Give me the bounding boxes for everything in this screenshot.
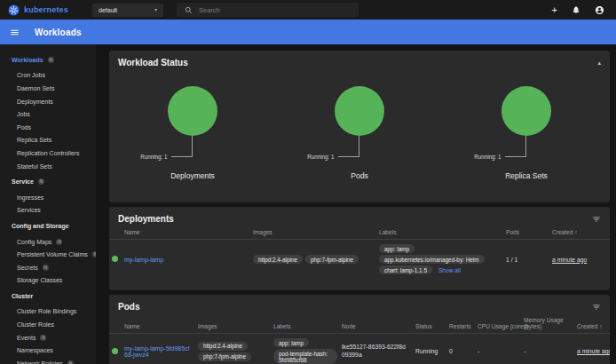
pie-callout: Running: 1 [276,136,443,168]
namespaced-badge: N [40,335,46,341]
collapse-card-button[interactable]: ▴ [597,58,601,66]
namespaced-badge: N [43,265,49,271]
deployment-name-link[interactable]: my-lamp-lamp [124,257,163,263]
namespaced-badge: N [38,178,44,185]
label-chip: pod-template-hash: 5fd985cf68 [273,349,337,364]
image-chip: httpd:2.4-alpine [253,255,303,264]
pods-pie-chart: Running: 1 Pods [276,71,443,180]
filter-button[interactable] [592,302,601,312]
sidebar-item-cluster-role-bindings[interactable]: Cluster Role Bindings [0,305,96,319]
namespace-selector[interactable]: default ▾ [92,4,163,17]
created-column-sort-header[interactable]: Created ↑ [577,317,610,334]
search-box[interactable] [177,3,359,17]
status-running-dot [112,348,118,354]
menu-button[interactable] [0,28,20,37]
search-input[interactable] [199,6,341,14]
pie-callout: Running: 1 [109,136,276,168]
created-time-link[interactable]: a minute ago [552,257,587,263]
sidebar-item-daemon-sets[interactable]: Daemon Sets [0,82,96,95]
pie-callout: Running: 1 [443,136,610,168]
filter-icon [592,215,601,224]
search-icon [185,6,193,14]
sidebar-item-deployments[interactable]: Deployments [0,95,96,108]
kubernetes-brand[interactable]: kubernetes [0,4,68,16]
image-chip: php:7-fpm-alpine [198,352,251,361]
sidebar-item-namespaces[interactable]: Namespaces [0,344,96,357]
sidebar-item-secrets[interactable]: Secrets N [0,261,96,274]
pod-row[interactable]: my-lamp-lamp-5fd985cf68-jwvz4 httpd:2.4-… [109,334,610,364]
sidebar-item-config-maps[interactable]: Config Maps N [0,235,96,249]
status-text-column-header: Status [415,317,449,334]
sidebar-item-cluster[interactable]: Cluster [0,289,96,303]
sidebar-item-service[interactable]: Service N [0,175,96,188]
account-button[interactable] [595,5,604,15]
label-chip: app.kubernetes.io/managed-by: Helm [379,255,485,264]
chevron-down-icon: ▾ [154,7,157,12]
account-icon [595,5,604,15]
sidebar-item-pods[interactable]: Pods [0,121,96,134]
pods-ratio: 1 / 1 [506,240,552,281]
image-chip: php:7-fpm-alpine [305,255,359,264]
sidebar-item-persistent-volume-claims[interactable]: Persistent Volume Claims N [0,248,96,261]
status-column-header [109,229,124,240]
replica-sets-pie-chart: Running: 1 Replica Sets [443,71,610,180]
pie-chart-title: Pods [351,171,367,180]
status-column-header [109,317,124,334]
deployments-card: Deployments Name Images [109,207,610,290]
sidebar-item-jobs[interactable]: Jobs [0,107,96,121]
sidebar-item-config-and-storage[interactable]: Config and Storage [0,219,96,233]
namespaced-badge: N [56,239,62,245]
brand-text: kubernetes [24,5,68,14]
namespace-value: default [99,7,117,13]
deployments-table: Name Images Labels Pods Created ↑ my-lam… [109,229,610,280]
pie-chart-title: Deployments [170,171,215,180]
created-time-link[interactable]: a minute ago [577,348,610,354]
notifications-button[interactable] [572,5,580,14]
filter-button[interactable] [592,214,601,224]
pods-table: Name Images Labels Node Status Restarts … [109,317,610,364]
cpu-column-header: CPU Usage (cores) [478,317,524,334]
sort-asc-icon: ↑ [574,229,577,235]
create-resource-button[interactable]: + [552,5,557,15]
memory-column-header: Memory Usage (bytes) [524,317,577,334]
callout-line [505,136,526,157]
sidebar-item-services[interactable]: Services [0,204,96,218]
sidebar-item-replica-sets[interactable]: Replica Sets [0,134,96,147]
callout-line [171,136,193,157]
sidebar-item-cluster-roles[interactable]: Cluster Roles [0,318,96,331]
pod-name-link[interactable]: my-lamp-lamp-5fd985cf68-jwvz4 [124,345,196,358]
main-content: Workload Status ▴ Running: 1 Deployments [96,44,616,364]
sidebar-item-events[interactable]: Events N [0,331,96,344]
kubernetes-logo-icon [8,4,20,16]
sidebar-item-replication-controllers[interactable]: Replication Controllers [0,146,96,160]
labels-column-header: Labels [273,317,342,334]
filter-icon [592,303,601,312]
sidebar-item-ingresses[interactable]: Ingresses [0,191,96,204]
node-name: lke55127-86393-622f8d09399a [342,344,414,359]
deployments-title: Deployments [118,214,174,224]
sidebar-item-network-policies[interactable]: Network Policies N [0,357,96,364]
image-chip: httpd:2.4-alpine [198,342,248,351]
pie-running-replica-sets [501,86,551,136]
labels-column-header: Labels [379,229,506,240]
node-column-header: Node [342,317,415,334]
pie-running-deployments [168,86,217,136]
deployments-pie-chart: Running: 1 Deployments [109,71,276,180]
label-chip: app: lamp [273,338,309,347]
table-header-row: Name Images Labels Node Status Restarts … [109,317,610,334]
sidebar-item-cron-jobs[interactable]: Cron Jobs [0,69,96,83]
running-count-label: Running: 1 [474,154,503,160]
bell-icon [572,5,580,14]
hamburger-icon [10,28,20,37]
sidebar-item-stateful-sets[interactable]: Stateful Sets [0,160,96,173]
sidebar-item-workloads[interactable]: Workloads N [0,53,96,67]
show-all-link[interactable]: Show all [438,267,461,273]
deployment-row[interactable]: my-lamp-lamp httpd:2.4-alpinephp:7-fpm-a… [109,240,610,281]
created-column-sort-header[interactable]: Created ↑ [552,229,610,240]
name-column-header: Name [124,317,198,334]
running-count-label: Running: 1 [307,154,336,160]
sidebar-item-storage-classes[interactable]: Storage Classes [0,274,96,288]
pod-cpu-usage: - [478,334,524,364]
pie-running-pods [335,86,384,136]
page-toolbar: Workloads [0,20,616,44]
